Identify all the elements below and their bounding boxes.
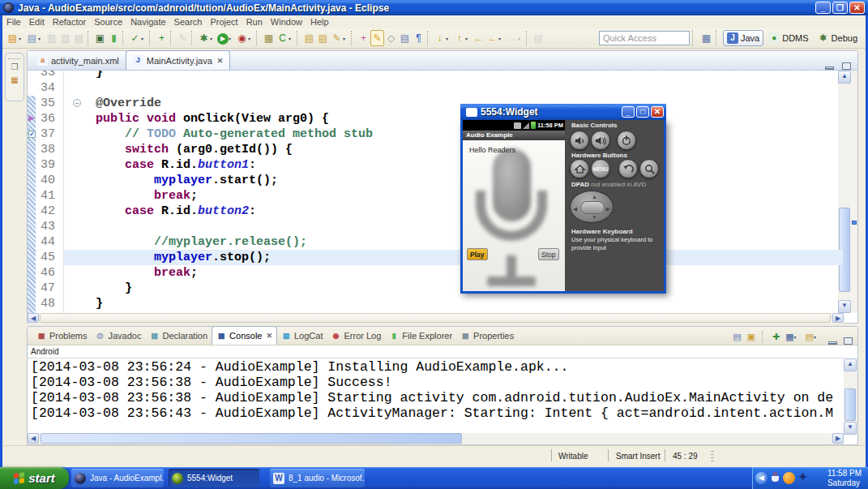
android-sdk-manager-button[interactable]: ▣ xyxy=(93,30,107,46)
menu-navigate[interactable]: Navigate xyxy=(126,17,169,27)
taskbar-task-1[interactable]: Java - AudioExampl... xyxy=(71,469,164,487)
editor-horizontal-scrollbar[interactable]: ◀ ▶ xyxy=(28,313,844,324)
dropdown-arrow-icon[interactable]: ▾ xyxy=(343,36,348,41)
minimize-button[interactable]: _ xyxy=(815,2,831,14)
profile-button[interactable]: ◉▾ xyxy=(235,30,254,46)
view-tab-error-log[interactable]: ◉Error Log xyxy=(327,327,385,345)
next-annotation-button[interactable]: ↓▾ xyxy=(433,30,452,46)
perspective-debug[interactable]: ✱Debug xyxy=(814,30,862,46)
editor-tab-activity_main.xml[interactable]: aactivity_main.xml xyxy=(31,51,126,70)
view-tab-console[interactable]: ▦Console✕ xyxy=(212,326,277,345)
view-tab-declaration[interactable]: ▤Declaration xyxy=(145,327,212,345)
coverage-button[interactable]: ▦ xyxy=(262,30,276,46)
run-last-tool-button[interactable]: ✓▾ xyxy=(128,30,148,46)
dropdown-arrow-icon[interactable]: ▾ xyxy=(248,36,254,41)
quick-access-input[interactable] xyxy=(599,31,690,45)
maximize-console-icon[interactable] xyxy=(844,337,853,345)
overview-annotation-marker[interactable] xyxy=(852,221,857,225)
plugin-button[interactable]: + xyxy=(357,30,370,46)
print-button[interactable]: ▤ xyxy=(72,30,86,46)
emulator-maximize-button[interactable]: □ xyxy=(636,106,649,118)
restore-button[interactable]: ❐ xyxy=(832,2,848,14)
display-selected-console-button[interactable]: ▦▾ xyxy=(785,328,800,345)
dropdown-arrow-icon[interactable]: ▾ xyxy=(19,36,24,41)
view-tab-javadoc[interactable]: @Javadoc xyxy=(91,327,145,345)
refresh-attach-button[interactable]: C▾ xyxy=(276,30,295,46)
last-edit-location-button[interactable]: ← xyxy=(472,30,485,46)
power-button[interactable] xyxy=(617,131,636,150)
console-horizontal-scrollbar[interactable]: ◀ ▶ xyxy=(28,433,844,444)
start-button[interactable]: start xyxy=(0,467,69,489)
perspective-java[interactable]: JJava xyxy=(723,30,763,46)
perspective-ddms[interactable]: ●DDMS xyxy=(764,30,812,46)
java-tray-icon[interactable] xyxy=(769,472,781,484)
scroll-lock-button[interactable]: ▣ xyxy=(746,328,756,345)
console-vertical-scrollbar[interactable]: ▲ ▼ xyxy=(844,358,857,435)
open-type-button[interactable]: ▤ xyxy=(302,30,316,46)
update-tray-icon[interactable] xyxy=(783,472,795,484)
volume-down-button[interactable] xyxy=(570,131,589,150)
save-button[interactable]: ▥ xyxy=(45,30,58,46)
emulator-close-button[interactable]: ✕ xyxy=(651,106,664,118)
menu-source[interactable]: Source xyxy=(90,17,126,27)
emulator-screen[interactable]: 11:58 PM Audio Example Hello Readers Pla… xyxy=(463,120,565,291)
dropdown-arrow-icon[interactable]: ▾ xyxy=(141,36,147,41)
save-all-button[interactable]: ▥ xyxy=(58,30,72,46)
dpad-right-icon[interactable]: ▶ xyxy=(606,206,610,212)
close-tab-icon[interactable]: ✕ xyxy=(217,57,224,65)
dropdown-arrow-icon[interactable]: ▾ xyxy=(38,36,44,41)
tray-chevron-icon[interactable]: ◀ xyxy=(755,472,768,484)
play-button[interactable]: Play xyxy=(467,248,488,260)
show-source-button[interactable]: ▤ xyxy=(398,30,412,46)
dpad-left-icon[interactable]: ◀ xyxy=(573,206,577,212)
dropdown-arrow-icon[interactable]: ▾ xyxy=(498,36,504,41)
open-console-button[interactable]: ▤▾ xyxy=(805,328,820,345)
view-tab-logcat[interactable]: ▤LogCat xyxy=(277,327,327,345)
dropdown-arrow-icon[interactable]: ▾ xyxy=(446,36,451,41)
menu-run[interactable]: Run xyxy=(242,17,267,27)
back-button[interactable] xyxy=(618,159,638,178)
dpad-down-icon[interactable]: ▼ xyxy=(592,214,597,220)
view-tab-properties[interactable]: ▦Properties xyxy=(456,327,518,345)
emulator-title-bar[interactable]: 5554:Widget _ □ ✕ xyxy=(460,104,666,120)
package-explorer-icon[interactable]: ▦ xyxy=(9,75,20,85)
clear-console-button[interactable]: ▤ xyxy=(732,328,742,345)
debug-button[interactable]: ✱▾ xyxy=(197,30,216,46)
dropdown-arrow-icon[interactable]: ▾ xyxy=(210,36,216,41)
menu-edit[interactable]: Edit xyxy=(25,17,49,27)
show-whitespace-button[interactable]: ¶ xyxy=(412,30,425,46)
prev-annotation-button[interactable]: ↑▾ xyxy=(452,30,472,46)
pin-editor-button[interactable]: ▤ xyxy=(532,30,545,46)
link-editor-button[interactable]: ◇ xyxy=(384,30,398,46)
menu-help[interactable]: Help xyxy=(306,17,333,27)
back-button[interactable]: ←▾ xyxy=(485,30,505,46)
emulator-minimize-button[interactable]: _ xyxy=(622,106,635,118)
menu-file[interactable]: File xyxy=(2,17,25,27)
volume-up-button[interactable] xyxy=(591,131,610,150)
pin-console-button[interactable]: ✚ xyxy=(772,328,780,345)
menu-button[interactable]: MENU xyxy=(591,159,610,178)
editor-vertical-scrollbar[interactable]: ▲ ▼ xyxy=(838,71,851,313)
restore-view-icon[interactable]: ❐ xyxy=(9,62,20,72)
minimize-editor-icon[interactable] xyxy=(825,66,834,70)
dpad-up-icon[interactable]: ▲ xyxy=(592,194,597,199)
dropdown-arrow-icon[interactable]: ▾ xyxy=(229,36,234,41)
search-button[interactable] xyxy=(639,159,659,178)
taskbar-task-2[interactable]: 5554:Widget xyxy=(169,469,259,487)
view-tab-file-explorer[interactable]: ▮File Explorer xyxy=(385,327,456,345)
new-java-class-button[interactable]: + xyxy=(155,30,169,46)
new-wizard-button[interactable]: ▤▾ xyxy=(6,30,25,46)
menu-window[interactable]: Window xyxy=(267,17,306,27)
dropdown-arrow-icon[interactable]: ▾ xyxy=(289,36,294,41)
dropdown-arrow-icon[interactable]: ▾ xyxy=(465,36,471,41)
code-editor[interactable]: 33343536373839404142434445464748 } @Over… xyxy=(28,71,857,324)
taskbar-task-3[interactable]: W8_1 audio - Microsof... xyxy=(270,469,365,487)
open-perspective-button[interactable]: ▦ xyxy=(699,30,713,46)
menu-search[interactable]: Search xyxy=(170,17,207,27)
console-output[interactable]: [2014-03-08 23:56:24 - AudioExample] Ins… xyxy=(31,359,844,435)
menu-project[interactable]: Project xyxy=(206,17,242,27)
open-element-button[interactable]: ✎ xyxy=(176,30,190,46)
view-tab-problems[interactable]: ▦Problems xyxy=(32,327,91,345)
editor-tab-MainActivity.java[interactable]: JMainActivity.java✕ xyxy=(126,50,231,70)
overview-ruler[interactable] xyxy=(851,71,857,313)
